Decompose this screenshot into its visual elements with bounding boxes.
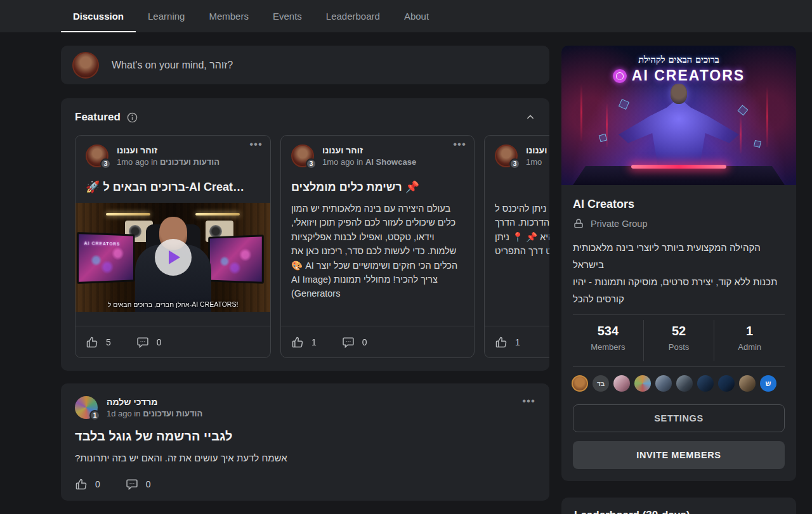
post-category[interactable]: הודעות ועדכונים <box>143 409 202 418</box>
member-avatar[interactable] <box>572 375 588 392</box>
tab-members[interactable]: Members <box>197 0 261 32</box>
member-avatar[interactable]: ש <box>760 375 776 392</box>
post-meta: 1mo <box>526 157 549 167</box>
banner-figure <box>619 98 739 169</box>
stat-posts[interactable]: 52 Posts <box>643 320 714 361</box>
post-body-preview[interactable]: איך מתחילים? ✅ למעלה ניתן להיכנס ל עמוד … <box>495 202 549 305</box>
member-avatars-row: בד ש <box>572 375 776 392</box>
level-badge: 1 <box>89 410 100 421</box>
post-title[interactable]: מפת הקהילה 📌 <box>495 180 549 194</box>
featured-section: Featured 3 זוהר וענונו 1mo ago in הודעות… <box>61 98 549 371</box>
comment-count: 0 <box>157 337 162 347</box>
right-monitor <box>208 235 264 284</box>
more-options-icon[interactable]: ••• <box>522 395 535 408</box>
lock-icon <box>573 218 584 229</box>
member-avatar[interactable]: בד <box>593 375 609 392</box>
featured-card-welcome[interactable]: 3 זוהר וענונו 1mo ago in הודעות ועדכונים… <box>75 135 271 358</box>
info-icon[interactable] <box>127 112 138 123</box>
glowing-keyboard <box>631 165 726 169</box>
group-name: AI Creators <box>573 198 785 211</box>
feed-post[interactable]: 1 מרדכי שלמה 1d ago in הודעות ועדכונים •… <box>61 383 549 501</box>
post-meta: 1mo ago in AI Showcase <box>322 157 416 167</box>
post-author[interactable]: זוהר וענונו <box>526 145 549 155</box>
member-avatar[interactable] <box>655 375 672 392</box>
post-title[interactable]: לגביי הרשמה של גוגל בלבד <box>75 429 535 444</box>
feed-column: What's on your mind, זוהר? Featured 3 זו… <box>61 32 549 514</box>
more-options-icon[interactable]: ••• <box>453 138 466 151</box>
like-icon[interactable] <box>495 336 508 349</box>
floating-cube <box>619 99 629 110</box>
like-icon[interactable] <box>86 336 98 349</box>
video-subtitle: אהלן חברים, ברוכים הבאים ל-AI CREATORS! <box>75 300 270 308</box>
post-category[interactable]: AI Showcase <box>365 157 416 167</box>
invite-members-button[interactable]: INVITE MEMBERS <box>573 441 785 469</box>
tab-leaderboard[interactable]: Leaderboard <box>314 0 392 32</box>
post-title[interactable]: רשימת כלים מומלצים 📌 <box>291 180 464 194</box>
post-author[interactable]: מרדכי שלמה <box>107 397 202 407</box>
post-title[interactable]: 🚀 ברוכים הבאים ל-AI Creat… <box>86 180 260 194</box>
divider <box>573 366 785 367</box>
post-body[interactable]: אשמח לדעת איך עושים את זה. והאם יש בזה י… <box>75 453 535 463</box>
member-avatar[interactable] <box>739 375 756 392</box>
like-count: 1 <box>311 337 317 347</box>
post-body-preview[interactable]: בעולם היצירה עם בינה מלאכותית יש המון כל… <box>291 202 464 305</box>
level-badge: 3 <box>509 158 520 169</box>
featured-title: Featured <box>75 111 121 124</box>
featured-card-community[interactable]: 3 זוהר וענונו 1mo מפת הקהילה 📌 איך מתחיל… <box>484 135 549 358</box>
comment-count: 0 <box>146 479 151 489</box>
floating-cube <box>754 140 761 148</box>
member-avatar[interactable] <box>613 375 630 392</box>
chevron-up-icon[interactable] <box>525 112 535 122</box>
ceiling-light <box>106 213 150 215</box>
more-options-icon[interactable]: ••• <box>249 138 263 151</box>
like-count: 0 <box>95 479 100 489</box>
play-button[interactable] <box>155 239 192 276</box>
member-avatar[interactable] <box>676 375 693 392</box>
featured-cards-row: 3 זוהר וענונו 1mo ago in הודעות ועדכונים… <box>75 135 549 358</box>
member-avatar[interactable] <box>697 375 714 392</box>
brain-logo-icon <box>613 69 627 83</box>
composer-placeholder: What's on your mind, זוהר? <box>112 60 233 71</box>
comment-icon[interactable] <box>136 336 149 349</box>
post-author[interactable]: זוהר וענונו <box>322 145 416 155</box>
post-meta: 1d ago in הודעות ועדכונים <box>107 409 202 418</box>
stat-admins[interactable]: 1 Admin <box>714 320 785 361</box>
left-monitor: AI CREATORS <box>77 232 135 284</box>
level-badge: 3 <box>306 158 317 169</box>
avatar[interactable] <box>72 52 99 79</box>
like-icon[interactable] <box>75 478 88 491</box>
post-category[interactable]: הודעות ועדכונים <box>160 157 219 167</box>
post-composer[interactable]: What's on your mind, זוהר? <box>61 46 549 84</box>
tab-about[interactable]: About <box>392 0 441 32</box>
member-avatar[interactable] <box>634 375 651 392</box>
group-banner-image[interactable]: ברוכים הבאים לקהילת AI CREATORS <box>561 46 796 185</box>
post-meta: 1mo ago in הודעות ועדכונים <box>117 157 219 167</box>
play-icon <box>169 250 180 264</box>
group-card: ברוכים הבאים לקהילת AI CREATORS AI Creat… <box>561 46 796 481</box>
comment-icon[interactable] <box>126 478 138 491</box>
leaderboard-title: Leaderboard (30-days) <box>574 509 783 514</box>
tab-events[interactable]: Events <box>261 0 314 32</box>
sidebar: ברוכים הבאים לקהילת AI CREATORS AI Creat… <box>561 32 796 514</box>
banner-brand-text: AI CREATORS <box>632 67 745 84</box>
video-thumbnail[interactable]: AI CREATORS אהלן חברים, ברוכים הבאים ל-A… <box>75 203 270 312</box>
featured-card-tools[interactable]: 3 זוהר וענונו 1mo ago in AI Showcase •••… <box>280 135 475 358</box>
post-author[interactable]: זוהר וענונו <box>117 145 219 155</box>
group-description: הקהילה המקצועית ביותר ליוצרי בינה מלאכות… <box>573 239 785 307</box>
stat-members[interactable]: 534 Members <box>573 320 643 361</box>
like-count: 1 <box>515 337 520 347</box>
ceiling-light <box>195 213 240 215</box>
tab-learning[interactable]: Learning <box>136 0 197 32</box>
comment-icon[interactable] <box>342 336 355 349</box>
leaderboard-card: Leaderboard (30-days) <box>561 498 796 514</box>
like-icon[interactable] <box>291 336 304 349</box>
like-count: 5 <box>106 337 111 347</box>
community-tabs: Discussion Learning Members Events Leade… <box>61 0 441 32</box>
top-nav-bar: Discussion Learning Members Events Leade… <box>0 0 812 32</box>
group-stats: 534 Members 52 Posts 1 Admin <box>573 320 785 361</box>
member-avatar[interactable] <box>718 375 735 392</box>
floating-cube <box>738 105 749 116</box>
tab-discussion[interactable]: Discussion <box>61 0 136 32</box>
settings-button[interactable]: SETTINGS <box>573 404 785 432</box>
level-badge: 3 <box>100 158 111 169</box>
